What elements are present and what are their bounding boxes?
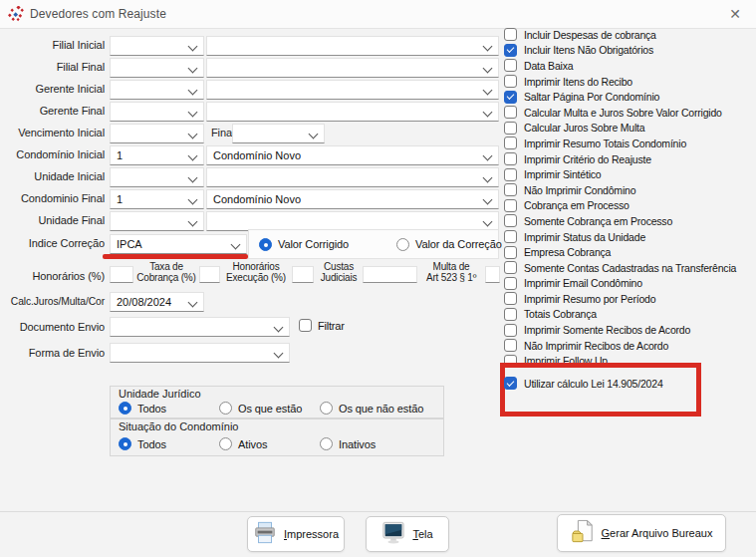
checkbox-icon[interactable] bbox=[504, 75, 517, 88]
file-export-icon bbox=[571, 519, 595, 548]
taxa-cobranca-label: Taxa de Cobrança (%) bbox=[135, 261, 197, 283]
checkbox-icon[interactable] bbox=[504, 152, 517, 165]
radio-option[interactable]: Inativos bbox=[320, 437, 420, 450]
checkbox-icon[interactable] bbox=[504, 137, 517, 149]
radio-icon[interactable] bbox=[119, 402, 131, 415]
radio-icon[interactable] bbox=[119, 437, 131, 450]
condominio-final-name-combo[interactable]: Condomínio Novo bbox=[206, 189, 499, 209]
checkbox-icon[interactable] bbox=[504, 230, 517, 243]
option-checkbox-row[interactable]: Imprimir Somente Recibos de Acordo bbox=[504, 322, 755, 338]
unidade-inicial-code-combo[interactable] bbox=[110, 167, 204, 187]
option-checkbox-row[interactable]: Imprimir Status da Unidade bbox=[504, 229, 755, 245]
option-checkbox-row[interactable]: Calcular Juros Sobre Multa bbox=[504, 121, 755, 137]
option-checkbox-row[interactable]: Imprimir Critério do Reajuste bbox=[504, 151, 755, 167]
option-checkbox-row[interactable]: Totais Cobrança bbox=[504, 307, 755, 323]
unidade-inicial-name-combo[interactable] bbox=[206, 167, 499, 187]
checkbox-icon[interactable] bbox=[504, 339, 517, 352]
radio-icon[interactable] bbox=[320, 402, 333, 415]
taxa-cobranca-input[interactable] bbox=[199, 266, 220, 283]
radio-icon[interactable] bbox=[396, 238, 409, 251]
field-label: Filial Final bbox=[0, 61, 105, 73]
checkbox-icon[interactable] bbox=[504, 44, 517, 57]
checkbox-icon[interactable] bbox=[504, 214, 517, 227]
option-checkbox-row[interactable]: Calcular Multa e Juros Sobre Valor Corri… bbox=[504, 105, 755, 121]
honorarios-input[interactable] bbox=[110, 266, 133, 283]
checkbox-icon[interactable] bbox=[504, 122, 517, 135]
radio-icon[interactable] bbox=[320, 437, 333, 450]
option-checkbox-row[interactable]: Imprimir Email Condômino bbox=[504, 276, 755, 292]
monitor-icon bbox=[381, 521, 405, 548]
red-underline-annotation bbox=[103, 254, 248, 259]
radio-icon[interactable] bbox=[259, 238, 272, 251]
indice-correcao-combo[interactable]: IPCA bbox=[110, 234, 247, 254]
checkbox-icon[interactable] bbox=[504, 324, 517, 337]
checkbox-icon[interactable] bbox=[504, 246, 517, 259]
option-checkbox-row[interactable]: Somente Cobrança em Processo bbox=[504, 213, 755, 229]
checkbox-icon[interactable] bbox=[504, 377, 517, 390]
unidade-final-name-combo[interactable] bbox=[206, 211, 499, 231]
option-checkbox-row[interactable]: Imprimir Itens do Recibo bbox=[504, 74, 755, 90]
utilizar-calculo-lei-checkbox-row[interactable]: Utilizar cálculo Lei 14.905/2024 bbox=[504, 376, 663, 392]
option-checkbox-row[interactable]: Não Imprimir Recibos de Acordo bbox=[504, 338, 755, 354]
option-checkbox-row[interactable]: Imprimir Resumo Totais Condomínio bbox=[504, 136, 755, 151]
honorarios-execucao-input[interactable] bbox=[292, 266, 314, 283]
filial-inicial-code-combo[interactable] bbox=[110, 36, 204, 56]
checkbox-icon[interactable] bbox=[504, 59, 517, 72]
radio-valor-da-correcao[interactable]: Valor da Correção bbox=[396, 238, 502, 251]
option-checkbox-row[interactable]: Incluir Despesas de cobrança bbox=[504, 27, 755, 43]
checkbox-icon[interactable] bbox=[504, 292, 517, 305]
filial-inicial-name-combo[interactable] bbox=[206, 36, 499, 56]
option-checkbox-row[interactable]: Cobrança em Processo bbox=[504, 198, 755, 214]
multa-art-input[interactable] bbox=[485, 266, 500, 283]
option-checkbox-row[interactable]: Empresa Cobrança bbox=[504, 244, 755, 260]
gerar-arquivo-bureaux-button[interactable]: Gerar Arquivo Bureaux bbox=[557, 514, 726, 552]
vencimento-final-combo[interactable] bbox=[232, 124, 325, 143]
vencimento-inicial-combo[interactable] bbox=[110, 124, 204, 143]
radio-option[interactable]: Os que não estão bbox=[320, 402, 420, 415]
filial-final-code-combo[interactable] bbox=[110, 58, 204, 78]
filtrar-checkbox[interactable]: Filtrar bbox=[299, 319, 345, 332]
checkbox-icon[interactable] bbox=[504, 199, 517, 212]
impressora-button[interactable]: Impressora bbox=[247, 516, 345, 552]
gerente-inicial-code-combo[interactable] bbox=[110, 80, 204, 100]
checkbox-icon[interactable] bbox=[504, 261, 517, 274]
documento-envio-combo[interactable] bbox=[110, 317, 290, 337]
checkbox-icon[interactable] bbox=[504, 91, 517, 104]
radio-valor-corrigido[interactable]: Valor Corrigido bbox=[259, 238, 349, 251]
calc-juros-date-combo[interactable]: 20/08/2024 bbox=[110, 292, 204, 312]
gerente-final-name-combo[interactable] bbox=[206, 102, 499, 122]
radio-option[interactable]: Todos bbox=[119, 437, 219, 450]
checkbox-icon[interactable] bbox=[504, 183, 517, 196]
radio-option[interactable]: Todos bbox=[119, 402, 219, 415]
gerente-inicial-name-combo[interactable] bbox=[206, 80, 499, 100]
custas-judiciais-input[interactable] bbox=[363, 266, 417, 283]
option-checkbox-row[interactable]: Somente Contas Cadastradas na Transferên… bbox=[504, 260, 755, 276]
close-icon[interactable]: ✕ bbox=[726, 5, 744, 23]
option-checkbox-row[interactable]: Saltar Página Por Condomínio bbox=[504, 89, 755, 105]
unidade-final-code-combo[interactable] bbox=[110, 211, 204, 231]
option-checkbox-row[interactable]: Imprimir Sintético bbox=[504, 166, 755, 182]
condominio-inicial-code-combo[interactable]: 1 bbox=[110, 145, 204, 165]
radio-icon[interactable] bbox=[219, 402, 232, 415]
filial-final-name-combo[interactable] bbox=[206, 58, 499, 78]
checkbox-icon[interactable] bbox=[504, 308, 517, 321]
option-checkbox-row[interactable]: Imprimir Resumo por Período bbox=[504, 291, 755, 307]
tela-button[interactable]: Tela bbox=[366, 516, 449, 552]
condominio-final-code-combo[interactable]: 1 bbox=[110, 189, 204, 209]
radio-icon[interactable] bbox=[219, 437, 232, 450]
checkbox-icon[interactable] bbox=[299, 319, 312, 332]
checkbox-icon[interactable] bbox=[504, 168, 517, 181]
group-title: Unidade Jurídico bbox=[119, 388, 201, 400]
forma-envio-combo[interactable] bbox=[110, 343, 290, 363]
checkbox-icon[interactable] bbox=[504, 106, 517, 119]
option-checkbox-row[interactable]: Incluir Itens Não Obrigatórios bbox=[504, 43, 755, 59]
gerente-final-code-combo[interactable] bbox=[110, 102, 204, 122]
chevron-down-icon bbox=[483, 64, 493, 74]
checkbox-icon[interactable] bbox=[504, 28, 517, 41]
option-checkbox-row[interactable]: Data Baixa bbox=[504, 58, 755, 74]
condominio-inicial-name-combo[interactable]: Condomínio Novo bbox=[206, 145, 499, 165]
radio-option[interactable]: Ativos bbox=[219, 437, 320, 450]
option-checkbox-row[interactable]: Não Imprimir Condômino bbox=[504, 182, 755, 198]
checkbox-icon[interactable] bbox=[504, 277, 517, 290]
radio-option[interactable]: Os que estão bbox=[219, 402, 320, 415]
